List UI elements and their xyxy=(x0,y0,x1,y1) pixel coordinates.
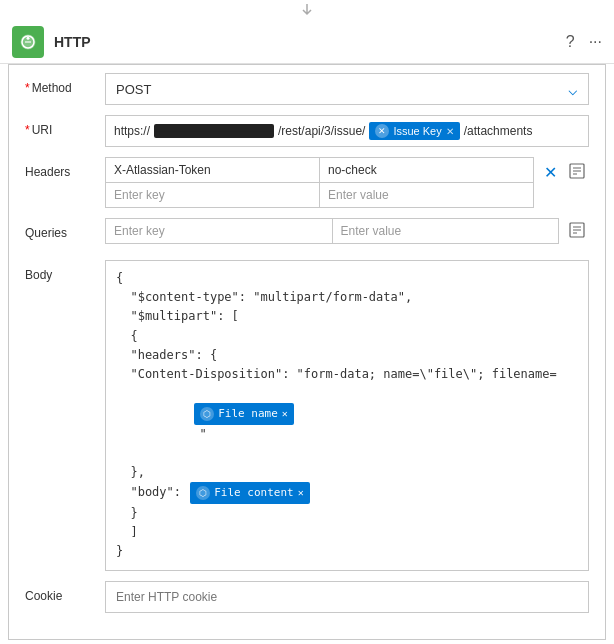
uri-control: https://▬▬▬▬▬▬▬▬▬▬/rest/api/3/issue/ ✕ I… xyxy=(105,115,589,147)
body-line-2: "$content-type": "multipart/form-data", xyxy=(116,288,578,307)
cookie-label: Cookie xyxy=(25,581,105,603)
body-line-7: }, xyxy=(116,463,578,482)
headers-table: X-Atlassian-Token no-check Enter key Ent… xyxy=(105,157,534,208)
headers-add-icon[interactable] xyxy=(565,159,589,183)
headers-row-1: X-Atlassian-Token no-check xyxy=(106,158,533,182)
body-line-token1: ⬡ File name ✕ " xyxy=(116,384,578,463)
headers-delete-icon[interactable]: ✕ xyxy=(540,159,561,186)
body-line-1: { xyxy=(116,269,578,288)
method-chevron-icon: ⌵ xyxy=(568,80,578,99)
method-control: POST ⌵ xyxy=(105,73,589,105)
http-form: *Method POST ⌵ *URI https://▬▬▬▬▬▬▬▬▬▬/r… xyxy=(8,64,606,640)
cookie-row: Cookie xyxy=(25,581,589,613)
body-control: { "$content-type": "multipart/form-data"… xyxy=(105,260,589,571)
method-value: POST xyxy=(116,82,151,97)
headers-control: X-Atlassian-Token no-check Enter key Ent… xyxy=(105,157,589,208)
body-line-8: "body": ⬡ File content ✕ xyxy=(116,482,578,504)
query-key[interactable]: Enter key xyxy=(106,219,333,243)
body-label: Body xyxy=(25,260,105,282)
headers-controls: ✕ xyxy=(540,157,589,186)
connector-icon xyxy=(12,26,44,58)
cookie-control xyxy=(105,581,589,613)
body-line-5: "headers": { xyxy=(116,346,578,365)
header-key-1[interactable]: X-Atlassian-Token xyxy=(106,158,320,182)
headers-table-container: X-Atlassian-Token no-check Enter key Ent… xyxy=(105,157,534,208)
filename-token-label: File name xyxy=(218,405,278,423)
body-line-4: { xyxy=(116,327,578,346)
header-key-2[interactable]: Enter key xyxy=(106,183,320,207)
body-line-6: "Content-Disposition": "form-data; name=… xyxy=(116,365,578,384)
token-close-icon[interactable]: ✕ xyxy=(446,126,454,137)
header-bar: HTTP ? ··· xyxy=(0,20,614,64)
help-icon[interactable]: ? xyxy=(566,33,575,51)
uri-label: *URI xyxy=(25,115,105,137)
header-value-2[interactable]: Enter value xyxy=(320,183,533,207)
filecontent-token[interactable]: ⬡ File content ✕ xyxy=(190,482,310,504)
issue-key-token[interactable]: ✕ Issue Key ✕ xyxy=(369,122,459,140)
uri-prefix: https:// xyxy=(114,124,150,138)
filename-token-icon: ⬡ xyxy=(200,407,214,421)
more-options-icon[interactable]: ··· xyxy=(589,33,602,51)
body-editor[interactable]: { "$content-type": "multipart/form-data"… xyxy=(105,260,589,571)
queries-control: Enter key Enter value xyxy=(105,218,589,244)
queries-wrapper: Enter key Enter value xyxy=(105,218,589,244)
uri-middle: /rest/api/3/issue/ xyxy=(278,124,365,138)
queries-row: Queries Enter key Enter value xyxy=(25,218,589,250)
headers-label: Headers xyxy=(25,157,105,179)
filecontent-token-close[interactable]: ✕ xyxy=(298,485,304,501)
queries-label: Queries xyxy=(25,218,105,240)
body-line-10: ] xyxy=(116,523,578,542)
queries-field: Enter key Enter value xyxy=(105,218,559,244)
header-actions: ? ··· xyxy=(566,33,602,51)
filecontent-token-label: File content xyxy=(214,484,293,502)
uri-row: *URI https://▬▬▬▬▬▬▬▬▬▬/rest/api/3/issue… xyxy=(25,115,589,147)
uri-masked: ▬▬▬▬▬▬▬▬▬▬ xyxy=(154,124,274,138)
token-label: Issue Key xyxy=(393,125,441,137)
body-line-3: "$multipart": [ xyxy=(116,307,578,326)
headers-wrapper: X-Atlassian-Token no-check Enter key Ent… xyxy=(105,157,589,208)
method-row: *Method POST ⌵ xyxy=(25,73,589,105)
query-value[interactable]: Enter value xyxy=(333,219,559,243)
body-row: Body { "$content-type": "multipart/form-… xyxy=(25,260,589,571)
body-line-9: } xyxy=(116,504,578,523)
headers-row: Headers X-Atlassian-Token no-check Enter… xyxy=(25,157,589,208)
uri-suffix: /attachments xyxy=(464,124,533,138)
filename-token[interactable]: ⬡ File name ✕ xyxy=(194,403,294,425)
body-line-11: } xyxy=(116,542,578,561)
filename-token-close[interactable]: ✕ xyxy=(282,406,288,422)
svg-point-1 xyxy=(27,36,30,39)
method-label: *Method xyxy=(25,73,105,95)
queries-add-icon[interactable] xyxy=(565,218,589,242)
header-value-1[interactable]: no-check xyxy=(320,158,533,182)
cookie-input[interactable] xyxy=(105,581,589,613)
method-dropdown[interactable]: POST ⌵ xyxy=(105,73,589,105)
token-icon: ✕ xyxy=(375,124,389,138)
headers-row-2: Enter key Enter value xyxy=(106,182,533,207)
uri-field[interactable]: https://▬▬▬▬▬▬▬▬▬▬/rest/api/3/issue/ ✕ I… xyxy=(105,115,589,147)
connector-arrow xyxy=(0,0,614,20)
filecontent-token-icon: ⬡ xyxy=(196,486,210,500)
page-title: HTTP xyxy=(54,34,566,50)
